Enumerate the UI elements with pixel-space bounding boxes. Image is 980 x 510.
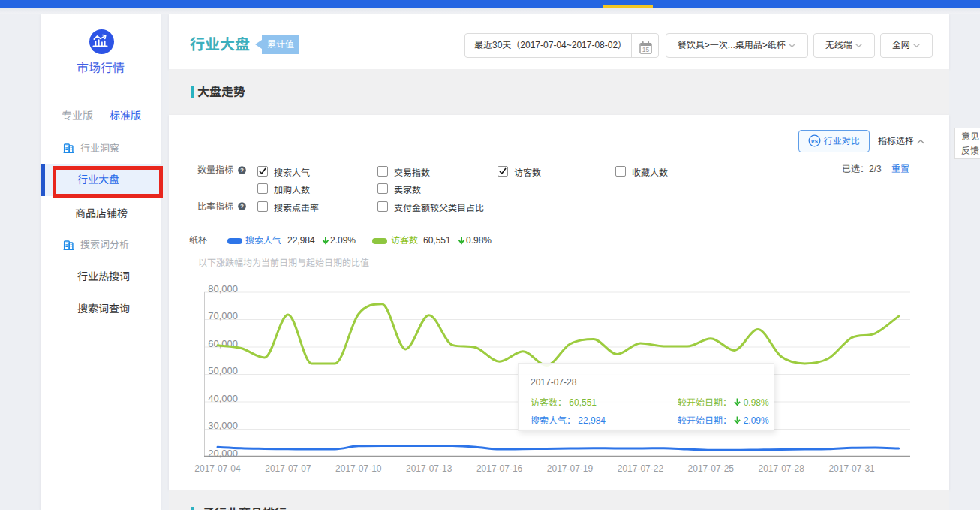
svg-text:?: ? — [240, 167, 244, 174]
svg-text:?: ? — [240, 203, 244, 210]
svg-text:15: 15 — [642, 46, 650, 53]
svg-text:vs: vs — [811, 137, 819, 145]
